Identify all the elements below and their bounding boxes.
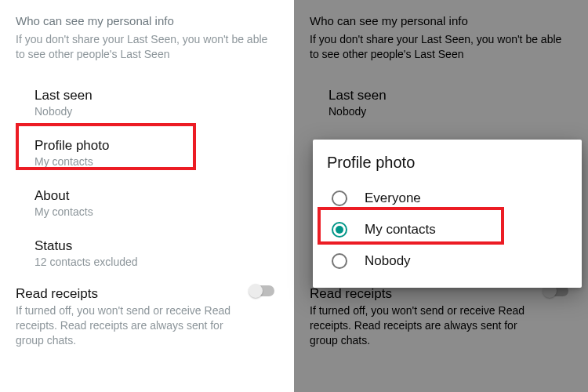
option-label: Nobody: [365, 253, 411, 269]
setting-value: Nobody: [34, 105, 278, 118]
setting-value: My contacts: [34, 205, 278, 218]
setting-last-seen[interactable]: Last seen Nobody: [16, 78, 278, 128]
setting-status[interactable]: Status 12 contacts excluded: [16, 228, 278, 278]
privacy-settings-pane-right: Who can see my personal info If you don'…: [294, 0, 588, 392]
privacy-settings-pane-left: Who can see my personal info If you don'…: [0, 0, 294, 392]
setting-title: Profile photo: [34, 138, 278, 154]
setting-title: Status: [34, 238, 278, 254]
setting-title: Last seen: [34, 88, 278, 103]
setting-read-receipts[interactable]: Read receipts If turned off, you won't s…: [0, 278, 294, 348]
profile-photo-dialog: Profile photo Everyone My contacts Nobod…: [313, 140, 582, 288]
radio-icon: [332, 253, 347, 269]
read-receipts-toggle[interactable]: [249, 283, 277, 299]
setting-profile-photo[interactable]: Profile photo My contacts: [16, 128, 278, 178]
option-everyone[interactable]: Everyone: [327, 183, 568, 214]
option-nobody[interactable]: Nobody: [327, 245, 568, 277]
setting-about[interactable]: About My contacts: [16, 178, 278, 228]
setting-title: About: [34, 188, 278, 204]
setting-value: My contacts: [34, 155, 278, 168]
radio-icon: [332, 191, 347, 206]
option-label: My contacts: [365, 222, 436, 238]
radio-icon: [332, 222, 347, 238]
section-title: Who can see my personal info: [16, 14, 278, 27]
setting-subtitle: If turned off, you won't send or receive…: [16, 303, 235, 348]
dialog-title: Profile photo: [327, 154, 568, 172]
option-label: Everyone: [365, 191, 421, 206]
setting-value: 12 contacts excluded: [34, 256, 278, 268]
section-subtitle: If you don't share your Last Seen, you w…: [16, 32, 278, 62]
option-my-contacts[interactable]: My contacts: [327, 214, 568, 245]
